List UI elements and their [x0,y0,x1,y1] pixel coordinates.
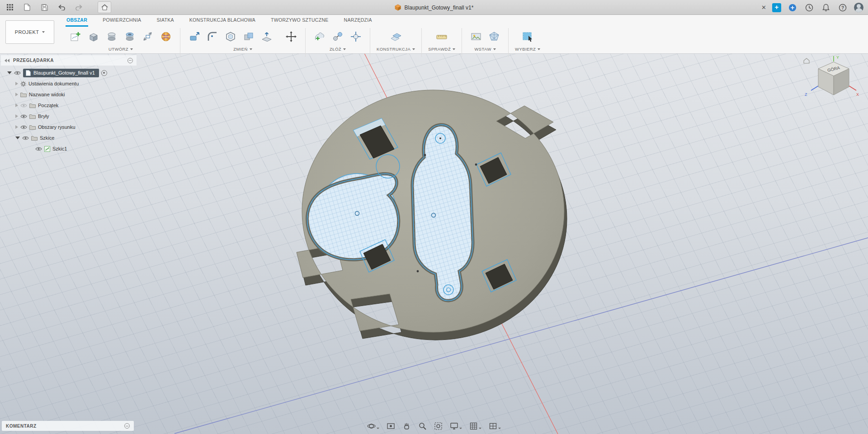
group-label-sprawdz[interactable]: SPRAWDŹ [428,47,455,52]
viewports-button[interactable] [486,420,503,432]
close-document-icon[interactable]: ✕ [761,4,766,11]
tree-row-origin[interactable]: Początek [1,100,137,111]
fillet-button[interactable] [205,28,220,45]
visibility-eye-icon[interactable] [20,114,27,119]
expand-caret-icon[interactable] [15,82,18,85]
tree-row-document-settings[interactable]: Ustawienia dokumentu [1,78,137,89]
grid-snaps-button[interactable] [467,420,484,432]
tab-obszar[interactable]: OBSZAR [66,15,88,27]
expand-caret-icon[interactable] [15,114,18,118]
pan-button[interactable] [400,420,413,432]
apps-grid-icon [7,4,13,10]
hole-button[interactable] [122,28,137,45]
comment-expand-icon[interactable] [124,423,130,429]
tree-row-sketches[interactable]: Szkice [1,132,137,143]
look-at-button[interactable] [384,420,397,432]
zoom-button[interactable] [416,420,429,432]
expand-caret-icon[interactable] [15,125,18,129]
shell-icon [225,31,236,42]
joint-origin-button[interactable] [348,28,363,45]
group-label-zloz[interactable]: ZŁÓŻ [330,47,346,52]
group-label-zmien[interactable]: ZMIEŃ [233,47,252,52]
viewcube-home-icon[interactable] [804,58,809,63]
shell-button[interactable] [223,28,238,45]
group-label-wstaw[interactable]: WSTAW [474,47,495,52]
document-tab[interactable]: Blaupunkt_Gotowy_finall v1* [395,0,474,15]
app-grid-button[interactable] [5,2,15,13]
tab-narzedzia[interactable]: NARZĘDZIA [343,15,373,27]
tree-row-sketch-areas[interactable]: Obszary rysunku [1,122,137,132]
revolve-button[interactable] [104,28,119,45]
tab-siatka[interactable]: SIATKA [156,15,175,27]
create-sketch-button[interactable] [68,28,83,45]
offset-face-button[interactable] [259,28,274,45]
display-settings-button[interactable] [448,420,464,432]
form-sphere-icon [160,31,172,42]
visibility-eye-icon[interactable] [35,146,42,151]
extrude-box-icon [88,31,99,42]
tab-tworzywo-sztuczne[interactable]: TWORZYWO SZTUCZNE [270,15,330,27]
move-button[interactable] [283,28,299,45]
visibility-eye-icon[interactable] [22,136,29,141]
ribbon-toolbar: PROJEKT OBSZAR POWIERZCHNIA SIATKA KONST… [0,15,868,54]
project-dropdown[interactable]: PROJEKT [5,20,54,44]
notifications-button[interactable] [821,2,831,13]
insert-decal-button[interactable] [468,28,484,45]
toolbar-separator [421,28,422,57]
chevron-down-icon [412,48,415,50]
x-axis-indicator [849,86,856,90]
visibility-eye-icon[interactable] [14,71,21,75]
insert-mesh-button[interactable] [486,28,502,45]
browser-tree: Blaupunkt_Gotowy_finall v1 Ustawienia do… [1,66,137,154]
select-button[interactable] [520,28,535,45]
visibility-eye-icon[interactable] [20,125,27,130]
construction-plane-button[interactable] [388,28,404,45]
document-icon [26,70,31,76]
expand-caret-icon[interactable] [15,93,18,96]
save-button[interactable] [39,2,50,13]
extrude-button[interactable] [86,28,101,45]
tree-row-named-views[interactable]: Nazwane widoki [1,89,137,100]
user-avatar[interactable] [854,3,863,12]
redo-button[interactable] [73,2,84,13]
undo-button[interactable] [56,2,67,13]
panel-options-icon[interactable] [127,58,133,63]
dimension-button[interactable] [140,28,156,45]
press-pull-button[interactable] [187,28,202,45]
viewcube[interactable]: Y X Z GÓRA [799,53,861,107]
group-label-wybierz[interactable]: WYBIERZ [515,47,540,52]
fit-button[interactable] [432,420,445,432]
job-status-button[interactable] [787,2,798,13]
tab-konstrukcja-blachowa[interactable]: KONSTRUKCJA BLACHOWA [189,15,256,27]
visibility-eye-off-icon[interactable] [20,103,27,108]
combine-button[interactable] [241,28,256,45]
group-label-konstrukcja[interactable]: KONSTRUKCJA [377,47,415,52]
tree-row-root[interactable]: Blaupunkt_Gotowy_finall v1 [1,67,137,78]
home-view-button[interactable] [98,1,111,13]
orbit-button[interactable] [365,420,382,432]
tree-row-sketch1[interactable]: Szkic1 [1,143,137,154]
joint-button[interactable] [330,28,345,45]
group-zmien: ZMIEŃ [182,27,303,52]
measure-button[interactable] [434,28,449,45]
expand-caret-icon[interactable] [7,71,12,74]
expand-caret-icon[interactable] [15,137,20,139]
group-label-utworz[interactable]: UTWÓRZ [108,47,133,52]
new-document-tab-button[interactable]: + [772,3,781,12]
collapse-panel-icon[interactable] [5,59,9,62]
tree-row-bodies[interactable]: Bryły [1,111,137,122]
root-component-badge[interactable]: Blaupunkt_Gotowy_finall v1 [23,69,99,77]
version-history-button[interactable] [804,2,815,13]
activate-component-radio[interactable] [101,70,107,76]
file-menu-button[interactable] [22,2,33,13]
folder-icon [29,114,36,119]
create-form-button[interactable] [158,28,174,45]
expand-caret-icon[interactable] [15,104,18,107]
pan-hand-icon [402,422,411,430]
look-at-icon [387,422,395,430]
new-component-button[interactable] [312,28,327,45]
measure-icon [436,31,448,42]
comment-bar[interactable]: KOMENTARZ [2,421,134,431]
tab-powierzchnia[interactable]: POWIERZCHNIA [102,15,142,27]
help-button[interactable]: ? [837,2,848,13]
